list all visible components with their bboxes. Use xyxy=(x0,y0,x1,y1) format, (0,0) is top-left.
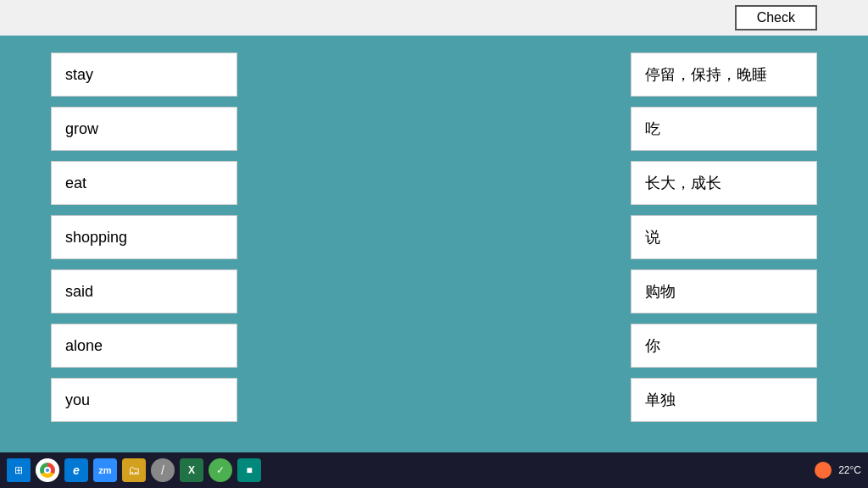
chinese-translation-card[interactable]: 购物 xyxy=(631,269,817,313)
zoom-icon[interactable]: zm xyxy=(93,458,117,482)
files-icon[interactable]: 🗂 xyxy=(122,458,146,482)
main-area: staygroweatshoppingsaidaloneyou 停留，保持，晚睡… xyxy=(0,36,868,452)
edge-icon[interactable]: e xyxy=(64,458,88,482)
english-word-card[interactable]: alone xyxy=(51,324,237,368)
chinese-translation-card[interactable]: 停留，保持，晚睡 xyxy=(631,53,817,97)
left-column: staygroweatshoppingsaidaloneyou xyxy=(51,53,237,435)
green-app-icon[interactable]: ■ xyxy=(237,458,261,482)
english-word-card[interactable]: said xyxy=(51,269,237,313)
check-button[interactable]: Check xyxy=(735,5,817,30)
slash-icon[interactable]: / xyxy=(151,458,175,482)
chinese-translation-card[interactable]: 长大，成长 xyxy=(631,161,817,205)
taskbar: ⊞ e zm 🗂 / X ✓ ■ 22°C xyxy=(0,452,868,488)
english-word-card[interactable]: you xyxy=(51,378,237,422)
english-word-card[interactable]: shopping xyxy=(51,215,237,259)
temperature: 22°C xyxy=(838,464,861,476)
chinese-translation-card[interactable]: 说 xyxy=(631,215,817,259)
english-word-card[interactable]: grow xyxy=(51,107,237,151)
chinese-translation-card[interactable]: 你 xyxy=(631,324,817,368)
english-word-card[interactable]: eat xyxy=(51,161,237,205)
top-bar: Check xyxy=(0,0,868,36)
windows-icon[interactable]: ⊞ xyxy=(7,458,31,482)
taskbar-right: 22°C xyxy=(815,462,861,479)
excel-icon[interactable]: X xyxy=(180,458,203,482)
chrome-icon[interactable] xyxy=(36,458,59,482)
chinese-translation-card[interactable]: 单独 xyxy=(631,378,817,422)
green-check-icon[interactable]: ✓ xyxy=(209,458,232,482)
weather-icon xyxy=(815,462,832,479)
english-word-card[interactable]: stay xyxy=(51,53,237,97)
right-column: 停留，保持，晚睡吃长大，成长说购物你单独 xyxy=(631,53,817,435)
chinese-translation-card[interactable]: 吃 xyxy=(631,107,817,151)
